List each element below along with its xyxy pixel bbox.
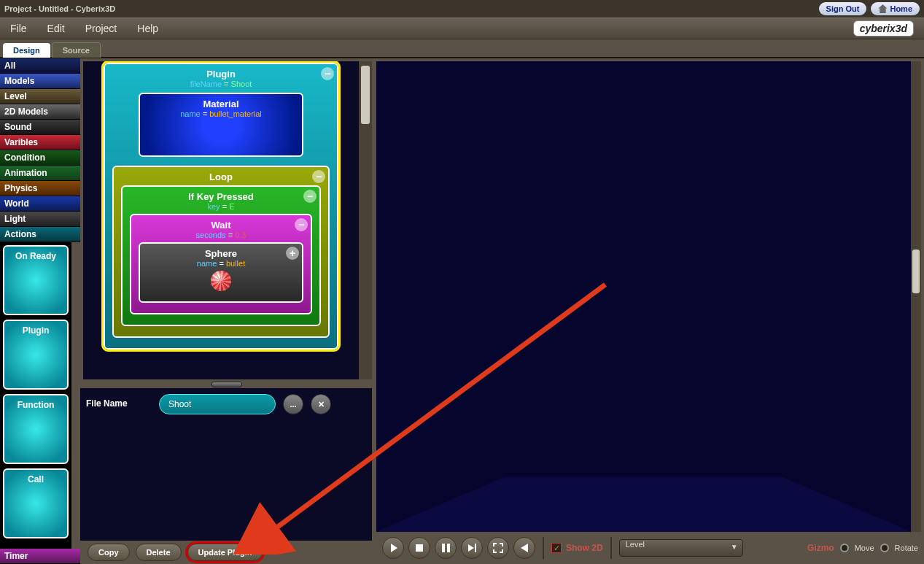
pause-icon <box>442 544 450 552</box>
action-bar: Copy Delete Update Plugin <box>80 541 372 564</box>
pause-button[interactable] <box>435 537 457 559</box>
viewport-scrollbar[interactable] <box>911 61 921 532</box>
gizmo-move-label: Move <box>855 544 874 552</box>
block-loop-title: Loop <box>118 171 324 182</box>
menu-file[interactable]: File <box>10 23 27 34</box>
play-icon <box>391 544 397 552</box>
update-plugin-button[interactable]: Update Plugin <box>187 544 263 561</box>
next-icon <box>468 544 474 552</box>
sound-button[interactable] <box>513 537 535 559</box>
play-button[interactable] <box>382 537 404 559</box>
palette-scrollbar[interactable] <box>71 242 80 549</box>
stop-icon <box>416 544 423 552</box>
prop-filename-label: File Name <box>86 394 152 409</box>
palette: On Ready Plugin Function Call <box>0 242 71 549</box>
block-sphere-title: Sphere <box>144 248 298 259</box>
block-canvas[interactable]: − Plugin fileName = Shoot Material name … <box>83 61 359 379</box>
expand-icon[interactable]: + <box>286 247 299 260</box>
collapse-icon[interactable]: − <box>312 170 325 183</box>
editor-column: − Plugin fileName = Shoot Material name … <box>80 58 372 564</box>
menu-help[interactable]: Help <box>137 23 158 34</box>
fullscreen-button[interactable] <box>487 537 509 559</box>
block-material-title: Material <box>144 98 298 109</box>
show2d-label: Show 2D <box>566 543 603 553</box>
copy-button[interactable]: Copy <box>88 544 130 561</box>
divider <box>543 537 544 559</box>
stop-button[interactable] <box>408 537 430 559</box>
collapse-icon[interactable]: − <box>303 190 317 203</box>
category-sidebar: All Models Level 2D Models Sound Varible… <box>0 58 80 564</box>
menu-project[interactable]: Project <box>85 23 117 34</box>
collapse-icon[interactable]: − <box>295 218 308 231</box>
block-ifkey-title: If Key Pressed <box>127 191 315 202</box>
cat-sound[interactable]: Sound <box>0 120 80 135</box>
app-header: Project - Untitled - Cyberix3D Sign Out … <box>0 0 924 18</box>
block-loop[interactable]: − Loop − If Key Pressed key = E − Wait s… <box>112 166 330 338</box>
pal-plugin[interactable]: Plugin <box>3 320 69 390</box>
grid-floor <box>376 477 911 532</box>
cat-2dmodels[interactable]: 2D Models <box>0 104 80 120</box>
next-button[interactable] <box>461 537 483 559</box>
pal-call[interactable]: Call <box>3 468 69 538</box>
sphere-preview-icon <box>211 271 231 291</box>
prop-filename-input[interactable] <box>159 394 276 414</box>
cat-condition[interactable]: Condition <box>0 150 80 166</box>
properties-panel: File Name ... ✕ <box>80 388 372 541</box>
block-plugin-title: Plugin <box>109 69 333 80</box>
tab-design[interactable]: Design <box>3 43 50 58</box>
signout-button[interactable]: Sign Out <box>819 2 867 15</box>
home-button[interactable]: Home <box>871 2 920 15</box>
gizmo-move-radio[interactable] <box>840 544 849 552</box>
cat-varibles[interactable]: Varibles <box>0 135 80 150</box>
cat-animation[interactable]: Animation <box>0 166 80 181</box>
brand-logo: cyberix3d <box>853 20 914 36</box>
horizontal-splitter[interactable] <box>80 379 372 388</box>
speaker-icon <box>521 544 528 552</box>
cat-level[interactable]: Level <box>0 89 80 104</box>
block-sphere[interactable]: + Sphere name = bullet <box>139 242 303 303</box>
3d-viewport[interactable] <box>376 61 921 532</box>
block-wait-title: Wait <box>136 220 306 231</box>
home-icon <box>878 4 887 13</box>
prop-clear-button[interactable]: ✕ <box>311 394 331 414</box>
canvas-scrollbar[interactable] <box>359 61 372 379</box>
cat-all[interactable]: All <box>0 58 80 74</box>
block-material[interactable]: Material name = bullet_material <box>139 93 303 157</box>
cat-models[interactable]: Models <box>0 74 80 89</box>
fullscreen-icon <box>493 543 503 553</box>
block-plugin[interactable]: − Plugin fileName = Shoot Material name … <box>104 63 338 349</box>
block-ifkey[interactable]: − If Key Pressed key = E − Wait seconds … <box>121 185 321 326</box>
cat-actions[interactable]: Actions <box>0 227 80 242</box>
pal-on-ready[interactable]: On Ready <box>3 245 69 315</box>
viewport-column: Show 2D Level Gizmo Move Rotate <box>372 58 924 564</box>
cat-timer[interactable]: Timer <box>0 549 80 564</box>
tab-row: Design Source <box>0 39 924 58</box>
delete-button[interactable]: Delete <box>136 544 182 561</box>
pal-function[interactable]: Function <box>3 394 69 464</box>
transport-bar: Show 2D Level Gizmo Move Rotate <box>376 532 924 564</box>
block-wait[interactable]: − Wait seconds = 0.3 + Sphere name = bul… <box>130 214 312 314</box>
level-dropdown[interactable]: Level <box>619 539 743 557</box>
window-title: Project - Untitled - Cyberix3D <box>4 4 115 13</box>
cat-light[interactable]: Light <box>0 212 80 227</box>
gizmo-rotate-label: Rotate <box>895 544 918 552</box>
menubar: File Edit Project Help cyberix3d <box>0 18 924 39</box>
gizmo-rotate-radio[interactable] <box>880 544 889 552</box>
collapse-icon[interactable]: − <box>321 67 334 80</box>
prop-browse-button[interactable]: ... <box>283 394 303 414</box>
tab-source[interactable]: Source <box>52 42 101 58</box>
divider <box>610 537 612 559</box>
menu-edit[interactable]: Edit <box>47 23 65 34</box>
show2d-checkbox[interactable] <box>551 543 562 553</box>
gizmo-label: Gizmo <box>807 543 834 553</box>
home-label: Home <box>890 4 912 13</box>
cat-world[interactable]: World <box>0 196 80 212</box>
cat-physics[interactable]: Physics <box>0 181 80 196</box>
